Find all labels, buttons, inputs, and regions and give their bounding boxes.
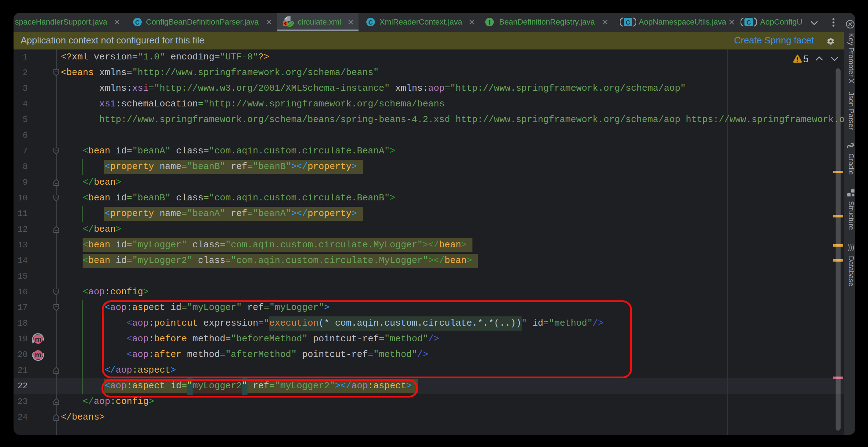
svg-text:C: C: [368, 19, 373, 26]
svg-text:C: C: [626, 19, 630, 26]
svg-text:C: C: [135, 19, 140, 26]
svg-text:m: m: [35, 351, 42, 359]
svg-text:m: m: [35, 335, 42, 343]
svg-text:C: C: [747, 19, 751, 26]
svg-text:I: I: [489, 19, 491, 26]
